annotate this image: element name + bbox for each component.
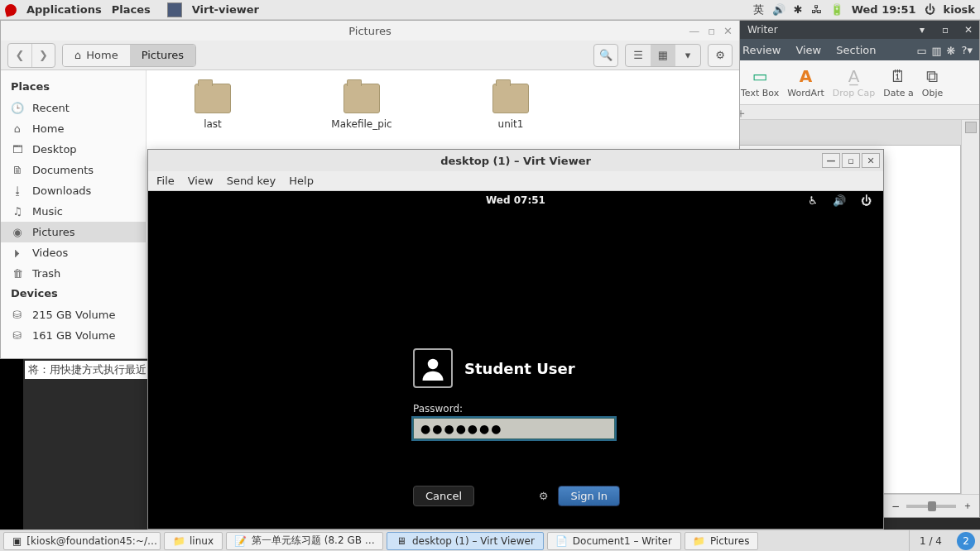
- virt-viewer-window: desktop (1) – Virt Viewer — ▫ ✕ File Vie…: [147, 149, 884, 529]
- workspace-indicator[interactable]: 1 / 4: [909, 530, 952, 551]
- task-virt-viewer[interactable]: 🖥desktop (1) – Virt Viewer: [387, 532, 544, 550]
- svg-point-0: [428, 359, 439, 370]
- cancel-button[interactable]: Cancel: [413, 486, 474, 506]
- folder-unit1[interactable]: unit1: [461, 84, 560, 130]
- clock[interactable]: Wed 19:51: [852, 3, 916, 16]
- login-username: Student User: [464, 360, 575, 377]
- view-switcher: ☰ ▦ ▾: [625, 44, 701, 67]
- accessibility-icon[interactable]: ♿: [808, 194, 818, 207]
- folder-last[interactable]: last: [163, 84, 262, 130]
- password-input[interactable]: [413, 418, 615, 439]
- virt-minimize-button[interactable]: —: [822, 153, 840, 168]
- task-terminal[interactable]: ▣[kiosk@foundation45:~/…: [3, 532, 161, 550]
- ribbon-object[interactable]: ⧉Obje: [922, 66, 943, 98]
- sidebar-places-header: Places: [1, 77, 146, 98]
- writer-tool3-icon[interactable]: ❋: [947, 45, 957, 55]
- sidebar-item-videos[interactable]: ⏵Videos: [1, 242, 146, 263]
- music-icon: ♫: [11, 205, 24, 218]
- active-app-label[interactable]: Virt-viewer: [192, 3, 259, 16]
- writer-tool1-icon[interactable]: ▭: [917, 45, 927, 55]
- signin-button[interactable]: Sign In: [558, 486, 620, 506]
- virt-close-button[interactable]: ✕: [862, 153, 880, 168]
- search-button[interactable]: 🔍: [593, 44, 618, 67]
- notification-badge[interactable]: 2: [957, 532, 975, 550]
- view-list[interactable]: ☰: [626, 45, 651, 66]
- writer-title-text: Writer: [747, 24, 778, 36]
- sidebar-item-desktop[interactable]: 🗔Desktop: [1, 139, 146, 160]
- path-home[interactable]: ⌂Home: [63, 45, 130, 66]
- user-menu[interactable]: kiosk: [944, 3, 975, 16]
- virt-menu-sendkey[interactable]: Send key: [227, 175, 276, 187]
- virt-title-text: desktop (1) – Virt Viewer: [440, 155, 591, 167]
- ribbon-textbox[interactable]: ▭Text Box: [741, 66, 779, 98]
- files-titlebar[interactable]: Pictures — ▫ ✕: [1, 21, 739, 41]
- virt-menu-view[interactable]: View: [188, 175, 214, 187]
- tab-view[interactable]: View: [795, 44, 821, 56]
- sidebar-item-documents[interactable]: 🗎Documents: [1, 160, 146, 180]
- power-icon[interactable]: ⏻: [861, 194, 872, 207]
- zoom-slider[interactable]: [906, 505, 956, 508]
- folder-makefile-pic[interactable]: Makefile_pic: [312, 84, 411, 130]
- network-icon[interactable]: 🖧: [811, 3, 822, 16]
- files-close-icon[interactable]: ✕: [723, 25, 733, 37]
- sidebar-item-recent[interactable]: 🕒Recent: [1, 98, 146, 118]
- path-current[interactable]: Pictures: [130, 45, 195, 66]
- sidebar-item-vol215[interactable]: ⛁215 GB Volume: [1, 304, 146, 325]
- logout-icon[interactable]: ⏻: [925, 3, 935, 16]
- guest-clock: Wed 07:51: [486, 194, 545, 206]
- zoom-out-icon[interactable]: −: [891, 501, 900, 512]
- writer-maximize-icon[interactable]: ▫: [939, 24, 951, 36]
- ribbon-date[interactable]: 🗓Date a: [883, 66, 914, 98]
- files-minimize-icon[interactable]: —: [689, 25, 699, 37]
- folder-icon: 📁: [694, 535, 705, 547]
- files-maximize-icon[interactable]: ▫: [708, 25, 715, 37]
- tab-review[interactable]: Review: [742, 44, 781, 56]
- scroll-up-icon[interactable]: [965, 122, 977, 133]
- video-icon: ⏵: [11, 247, 24, 259]
- volume-icon[interactable]: 🔊: [772, 3, 785, 16]
- virt-menu-file[interactable]: File: [156, 175, 175, 187]
- session-gear-icon[interactable]: ⚙: [539, 490, 549, 502]
- trash-icon: 🗑: [11, 267, 24, 280]
- sidebar-item-trash[interactable]: 🗑Trash: [1, 263, 146, 284]
- sidebar-item-music[interactable]: ♫Music: [1, 201, 146, 222]
- tab-section[interactable]: Section: [836, 44, 876, 56]
- task-writer[interactable]: 📄Document1 – Writer: [547, 532, 681, 550]
- ime-indicator[interactable]: 英: [753, 2, 764, 17]
- view-menu-drop[interactable]: ▾: [675, 45, 700, 66]
- back-button[interactable]: ❮: [8, 44, 31, 67]
- writer-scrollbar[interactable]: [961, 120, 979, 494]
- sidebar-item-home[interactable]: ⌂Home: [1, 118, 146, 139]
- forward-button[interactable]: ❯: [31, 44, 55, 67]
- writer-close-icon[interactable]: ✕: [963, 24, 974, 36]
- virt-titlebar[interactable]: desktop (1) – Virt Viewer — ▫ ✕: [148, 150, 883, 171]
- zoom-in-icon[interactable]: ＋: [963, 499, 973, 513]
- settings-button[interactable]: ⚙: [708, 44, 733, 67]
- task-doc-chinese[interactable]: 📝第一单元练习题 (8.2 GB …: [226, 532, 383, 550]
- writer-tool2-icon[interactable]: ▥: [932, 45, 942, 55]
- guest-volume-icon[interactable]: 🔊: [833, 194, 846, 207]
- ribbon-dropcap[interactable]: A̲Drop Cap: [833, 66, 875, 98]
- bluetooth-icon[interactable]: ✱: [794, 3, 803, 16]
- sidebar-item-vol161[interactable]: ⛁161 GB Volume: [1, 325, 146, 346]
- folder-icon: [492, 84, 529, 113]
- terminal-sliver[interactable]: [0, 359, 23, 529]
- view-grid[interactable]: ▦: [651, 45, 675, 66]
- virt-maximize-button[interactable]: ▫: [842, 153, 860, 168]
- ribbon-wordart[interactable]: AWordArt: [787, 66, 824, 98]
- virt-menu-help[interactable]: Help: [289, 175, 314, 187]
- writer-help-icon[interactable]: ?▾: [962, 44, 973, 56]
- writer-minimize-icon[interactable]: ▾: [916, 24, 928, 36]
- applications-menu[interactable]: Applications: [26, 3, 102, 16]
- task-linux[interactable]: 📁linux: [164, 532, 223, 550]
- sidebar-item-pictures[interactable]: ◉Pictures: [1, 222, 146, 242]
- writer-titlebar[interactable]: Writer ▾ ▫ ✕: [736, 21, 979, 39]
- guest-topbar: Wed 07:51 ♿ 🔊 ⏻: [148, 191, 883, 209]
- sidebar-item-downloads[interactable]: ⭳Downloads: [1, 180, 146, 201]
- places-menu[interactable]: Places: [112, 3, 151, 16]
- folder-icon: 📁: [173, 535, 185, 547]
- virt-guest-screen[interactable]: Wed 07:51 ♿ 🔊 ⏻ Student User Password: C…: [148, 191, 883, 529]
- battery-icon[interactable]: 🔋: [830, 3, 843, 16]
- files-toolbar: ❮ ❯ ⌂Home Pictures 🔍 ☰ ▦ ▾ ⚙: [1, 41, 739, 70]
- task-pictures[interactable]: 📁Pictures: [685, 532, 759, 550]
